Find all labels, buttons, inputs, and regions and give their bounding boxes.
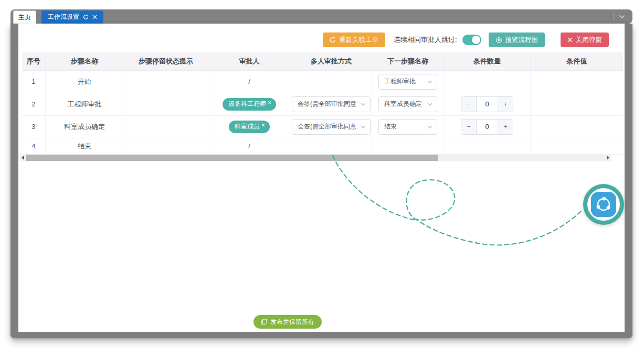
cell-stay-hint <box>124 70 208 93</box>
stepper-value[interactable]: 0 <box>477 97 498 112</box>
scroll-right-arrow[interactable] <box>607 156 609 160</box>
table-header-row: 序号 步骤名称 步骤停留状态提示 审批人 多人审批方式 下一步骤名称 条件数量 … <box>22 52 623 70</box>
remove-tag-icon[interactable]: × <box>268 100 271 106</box>
header-next-step: 下一步骤名称 <box>372 52 444 70</box>
next-step-value: 结束 <box>384 122 397 131</box>
cell-condition-count <box>444 70 530 93</box>
chevron-down-icon <box>427 103 432 106</box>
cell-step-name: 开始 <box>45 70 124 93</box>
horizontal-scrollbar <box>20 154 611 161</box>
workflow-settings-panel: 重新关联工单 连续相同审批人跳过: 预览流程图 关闭弹窗 <box>18 24 625 332</box>
header-approver: 审批人 <box>208 52 291 70</box>
approver-tag: 科室成员 × <box>229 121 270 133</box>
tab-bar: 主页 工作流设置 <box>10 9 632 24</box>
workflow-table: 序号 步骤名称 步骤停留状态提示 审批人 多人审批方式 下一步骤名称 条件数量 … <box>22 52 623 155</box>
relink-workorder-button[interactable]: 重新关联工单 <box>323 32 385 47</box>
copy-icon <box>261 319 267 325</box>
close-icon <box>567 37 573 42</box>
chevron-down-icon <box>427 80 432 83</box>
table-row: 2 工程师审批 设备科工程师 × 会签(需全部审批同意 <box>22 93 623 115</box>
cell-step-name: 科室成员确定 <box>45 115 124 138</box>
cell-multi-mode <box>291 138 372 154</box>
header-condition-count: 条件数量 <box>444 52 530 70</box>
table-row: 3 科室成员确定 科室成员 × 会签(需全部审批同意 <box>22 115 623 138</box>
remove-tag-icon[interactable]: × <box>261 122 265 128</box>
cell-seq: 1 <box>22 70 45 93</box>
toggle-knob <box>472 36 480 44</box>
approver-tag-label: 设备科工程师 <box>228 100 266 109</box>
header-stay-hint: 步骤停留状态提示 <box>124 52 208 70</box>
scrollbar-thumb[interactable] <box>26 155 438 161</box>
share-floating-button[interactable] <box>583 184 624 225</box>
tabbar-right-controls <box>613 12 625 21</box>
cell-condition-value <box>530 93 623 115</box>
publish-keep-all-button[interactable]: 发布并保留所有 <box>254 315 322 329</box>
relink-workorder-label: 重新关联工单 <box>339 36 378 45</box>
share-icon <box>591 192 616 217</box>
chevron-down-icon <box>361 103 366 106</box>
cell-stay-hint <box>124 93 208 115</box>
window-frame: 重新关联工单 连续相同审批人跳过: 预览流程图 关闭弹窗 <box>10 24 632 338</box>
next-step-value: 科室成员确定 <box>384 100 422 109</box>
eye-icon <box>495 37 502 44</box>
scroll-left-arrow[interactable] <box>22 156 24 160</box>
cell-multi-mode: 会签(需全部审批同意 <box>291 93 372 115</box>
cell-condition-value <box>530 115 623 138</box>
app-window: 主页 工作流设置 <box>10 9 632 338</box>
toolbar: 重新关联工单 连续相同审批人跳过: 预览流程图 关闭弹窗 <box>323 32 609 47</box>
next-step-select[interactable]: 工程师审批 <box>378 74 437 90</box>
tab-home[interactable]: 主页 <box>13 10 36 24</box>
approver-tag-label: 科室成员 <box>235 122 260 131</box>
stepper-increase-button[interactable]: + <box>498 97 513 112</box>
share-button-ring <box>587 188 620 221</box>
cell-next-step: 结束 <box>372 115 444 138</box>
tabbar-separator <box>613 13 614 20</box>
header-step-name: 步骤名称 <box>45 52 124 70</box>
cell-approver: / <box>208 70 291 93</box>
cell-step-name: 工程师审批 <box>45 93 124 115</box>
chevron-down-icon <box>427 125 432 128</box>
tab-workflow-settings[interactable]: 工作流设置 <box>41 10 103 24</box>
refresh-tab-icon[interactable] <box>83 14 89 20</box>
chevron-down-icon <box>361 125 366 128</box>
multi-approval-select[interactable]: 会签(需全部审批同意 <box>292 96 371 112</box>
cell-condition-value <box>530 70 623 93</box>
cell-next-step: 工程师审批 <box>372 70 444 93</box>
refresh-icon <box>330 37 336 43</box>
header-condition-value: 条件值 <box>530 52 623 70</box>
header-seq: 序号 <box>22 52 45 70</box>
cell-multi-mode: 会签(需全部审批同意 <box>291 115 372 138</box>
stepper-increase-button[interactable]: + <box>498 120 513 134</box>
stepper-decrease-button[interactable]: − <box>461 97 477 112</box>
chevron-down-icon[interactable] <box>619 15 625 19</box>
cell-seq: 3 <box>22 115 45 138</box>
cell-stay-hint <box>124 115 208 138</box>
preview-flowchart-label: 预览流程图 <box>505 36 539 45</box>
cell-next-step: 科室成员确定 <box>372 93 444 115</box>
next-step-select[interactable]: 科室成员确定 <box>378 96 437 112</box>
header-multi-mode: 多人审批方式 <box>291 52 372 70</box>
stepper-decrease-button[interactable]: − <box>461 120 477 134</box>
cell-seq: 4 <box>22 138 45 154</box>
skip-same-approver-toggle[interactable] <box>462 35 481 45</box>
cell-next-step <box>372 138 444 154</box>
close-popup-label: 关闭弹窗 <box>576 36 602 45</box>
preview-flowchart-button[interactable]: 预览流程图 <box>489 32 545 47</box>
next-step-value: 工程师审批 <box>384 77 416 86</box>
close-popup-button[interactable]: 关闭弹窗 <box>561 32 609 47</box>
cell-condition-value <box>530 138 623 154</box>
cell-seq: 2 <box>22 93 45 115</box>
cell-condition-count: − 0 + <box>444 93 530 115</box>
approver-tag: 设备科工程师 × <box>223 98 276 111</box>
cell-condition-count <box>444 138 530 154</box>
cell-step-name: 结束 <box>45 138 124 154</box>
multi-approval-value: 会签(需全部审批同意 <box>298 100 356 109</box>
next-step-select[interactable]: 结束 <box>378 119 437 135</box>
table-row: 4 结束 / <box>22 138 623 154</box>
multi-approval-select[interactable]: 会签(需全部审批同意 <box>292 119 371 135</box>
stepper-value[interactable]: 0 <box>477 120 498 134</box>
close-tab-icon[interactable] <box>92 15 97 19</box>
table-row: 1 开始 / 工程师审批 <box>22 70 623 93</box>
cell-stay-hint <box>124 138 208 154</box>
condition-count-stepper: − 0 + <box>461 119 513 135</box>
